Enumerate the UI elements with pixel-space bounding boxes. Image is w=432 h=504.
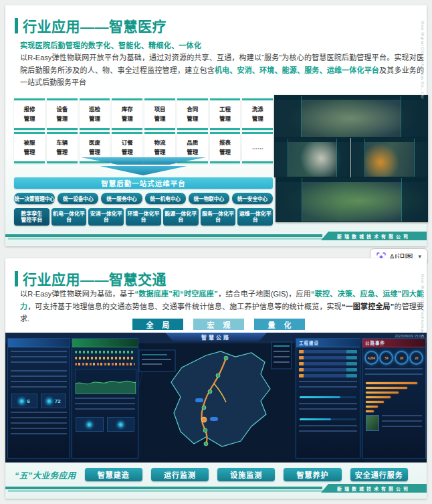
- view-button-quantify: 量 化: [254, 319, 305, 330]
- stat-value: 6: [27, 398, 30, 404]
- module-label: ……: [252, 143, 263, 152]
- stat-tile: 6: [11, 394, 37, 408]
- slide1-paragraph: 以R-Easy弹性物联网开放平台为基础，通过对资源的共享、互通，构建以“服务”为…: [20, 52, 424, 89]
- business-chip: 设施监测: [217, 468, 275, 481]
- stat-tile: [107, 417, 135, 432]
- slide2-title-row: 行业应用——智慧交通: [15, 268, 167, 288]
- slide-smart-transportation: 行业应用——智慧交通 以R-Easy弹性物联网为基础，基于“数据底座”和“时空底…: [5, 258, 427, 499]
- traffic-dashboard-screenshot: 智慧公路 2023/06/09 15:03 6 72: [5, 333, 427, 463]
- camera-thumbnail: [366, 415, 379, 431]
- platform-chip: 能源一体化平台: [163, 208, 199, 226]
- glow-dot-icon: [86, 422, 92, 428]
- module-card: 工程管理: [210, 98, 241, 130]
- gauge: 4,264: [364, 351, 379, 365]
- funnel-arrow: [14, 157, 273, 175]
- title-accent-bar: [15, 271, 18, 286]
- business-chip: 安全通行服务: [350, 468, 408, 481]
- panel-stat-rows: [299, 403, 357, 414]
- glow-dot-icon: [46, 398, 52, 404]
- hospital-dashboard-screenshot-campus: [276, 177, 428, 222]
- stat-tile: [76, 417, 104, 432]
- ops-platform-banner: 智慧后勤一站式运维平台: [14, 177, 273, 189]
- center-chip: 统一决策管理中心: [14, 193, 55, 204]
- module-label: 品质管理: [187, 139, 198, 156]
- project-row: [299, 374, 357, 377]
- module-label: 工程管理: [219, 105, 231, 122]
- para-bold-text: “一图掌控全局”: [342, 303, 394, 311]
- dashboard-panel-overview: 6 72: [7, 338, 70, 458]
- hospital-dashboard-screenshot-alert: [351, 138, 428, 177]
- footer-line: [5, 487, 322, 489]
- panel-list-rows: [11, 412, 67, 437]
- event-gauges: 4,264 54 26 22: [364, 351, 424, 365]
- bar: [366, 410, 374, 412]
- center-chip: 统一设备中心: [58, 193, 98, 204]
- module-card: 合同管理: [177, 98, 208, 130]
- status-dot-strip: [75, 357, 135, 359]
- gauge-value: 54: [385, 356, 388, 360]
- bar: [366, 392, 399, 394]
- progress-fill: [300, 418, 331, 420]
- panel-stat-rows: [299, 425, 357, 436]
- module-grid: 报修管理 设备管理 巡检管理 库存管理 项目管理 合同管理 工程管理 洗涤管理 …: [14, 98, 273, 163]
- slide1-title-row: 行业应用——智慧医疗: [15, 15, 167, 35]
- module-label: 订餐管理: [122, 139, 133, 156]
- view-button-global: 全 局: [132, 319, 183, 330]
- stat-tile: 72: [41, 394, 67, 408]
- module-label: 车辆管理: [56, 139, 68, 156]
- gauge: 54: [379, 351, 393, 365]
- business-chip: 运行监测: [151, 468, 209, 481]
- glow-dot-icon: [19, 398, 25, 404]
- module-label: 巡检管理: [89, 105, 100, 122]
- bar: [366, 382, 417, 384]
- business-chip: 智慧养护: [284, 468, 341, 481]
- company-name-badge: 新瑞数城技术有限公司: [321, 484, 427, 493]
- gauge: 26: [395, 351, 409, 365]
- company-name-badge: 新瑞数城技术有限公司: [321, 232, 427, 240]
- project-row: [299, 350, 357, 353]
- module-label: 被服管理: [23, 139, 35, 156]
- slide1-subtitle: 实现医院后勤管理的数字化、智能化、精细化、一体化: [20, 39, 201, 50]
- module-label: 报修管理: [23, 105, 35, 122]
- traffic-flow-area-chart: [75, 369, 136, 394]
- slide2-title: 行业应用——智慧交通: [23, 268, 167, 288]
- gauge-value: 26: [400, 356, 403, 360]
- gauge: 22: [409, 351, 423, 365]
- panel-stat-rows: [75, 398, 135, 414]
- dashboard-title: 智慧公路: [165, 333, 267, 341]
- module-label: 设备管理: [56, 105, 68, 122]
- platform-chip: 环境一体化平台: [126, 208, 161, 226]
- gauge-value: 22: [415, 356, 418, 360]
- bar: [366, 406, 378, 408]
- module-label: 合同管理: [187, 105, 198, 122]
- panel-stat-rows: [11, 351, 67, 367]
- panel-header: [72, 339, 138, 347]
- panel-stat-rows: [365, 368, 423, 379]
- project-row: [299, 362, 357, 365]
- para-text: ，可支持基于地理信息的交通态势信息、交通事件统计信息、施工养护信息等的统计概览，…: [27, 303, 342, 311]
- project-row: [299, 368, 357, 371]
- center-chip: 统一物联中心: [189, 193, 229, 204]
- dashboard-panel-events: 公路事件 4,264 54 26 22: [362, 338, 426, 458]
- event-handling-row: [366, 415, 422, 431]
- center-chip: 统一机电中心: [145, 193, 186, 204]
- stat-value: 72: [55, 398, 61, 404]
- bar: [366, 401, 384, 403]
- platform-chip: 安消一体化平台: [88, 208, 124, 226]
- platform-chip: 服务一体化平台: [201, 208, 236, 226]
- panel-stat-rows: [299, 381, 357, 392]
- module-label: 物流管理: [154, 139, 165, 156]
- para-text: ，结合电子地图(GIS)，应用: [218, 290, 311, 298]
- status-dot-strip: [75, 363, 135, 365]
- event-distribution-bars: [366, 382, 422, 412]
- slide1-footer-ribbon: 新瑞数城技术有限公司: [5, 232, 427, 243]
- module-label: 医废管理: [89, 139, 100, 156]
- dashboard-panel-maintenance: [72, 338, 138, 458]
- platform-chip: 运维一体化平台: [237, 208, 273, 226]
- business-applications-row: “五”大业务应用 智慧建造 运行监测 设施监测 智慧养护 安全通行服务: [15, 468, 408, 481]
- progress-fill: [300, 396, 340, 398]
- view-button-macro: 宏 观: [193, 319, 244, 330]
- slide2-footer-ribbon: 新瑞数城技术有限公司: [5, 484, 427, 495]
- module-label: 项目管理: [154, 105, 165, 122]
- panel-header: 公路事件: [362, 339, 425, 347]
